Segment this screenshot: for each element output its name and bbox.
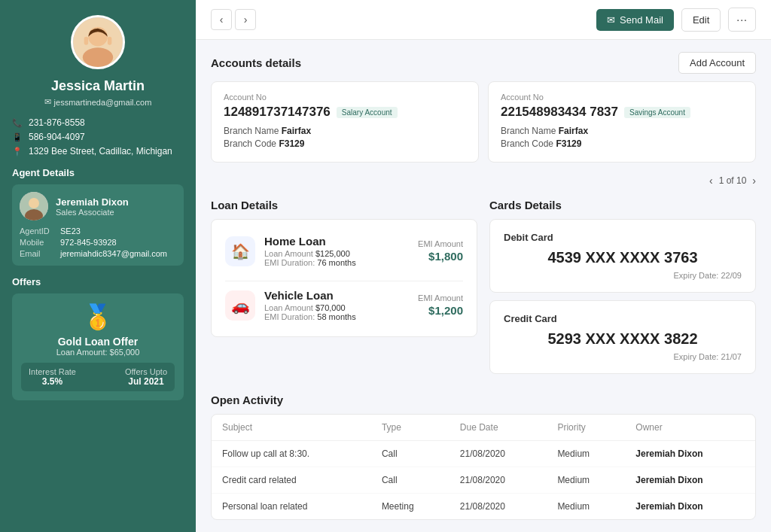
agent-section-title: Agent Details bbox=[12, 167, 184, 178]
agent-avatar bbox=[20, 192, 48, 220]
offer-interest-value: 3.5% bbox=[29, 376, 76, 387]
top-bar: ‹ › ✉ Send Mail Edit ··· bbox=[196, 0, 771, 40]
offer-upto-value: Jul 2021 bbox=[125, 376, 167, 387]
loan-vehicle-amount: Loan Amount $70,000 bbox=[264, 303, 409, 312]
loan-vehicle-name: Vehicle Loan bbox=[264, 289, 409, 302]
cards-section: Cards Details Debit Card 4539 XXX XXXX 3… bbox=[489, 199, 756, 382]
offer-stats: Interest Rate 3.5% Offers Upto Jul 2021 bbox=[21, 363, 175, 391]
sidebar: Jessica Martin ✉ jessmartineda@gmail.com… bbox=[0, 0, 196, 532]
loan-card-vehicle: 🚗 Vehicle Loan Loan Amount $70,000 EMI D… bbox=[219, 281, 469, 329]
activity-owner: Jeremiah Dixon bbox=[625, 494, 755, 520]
account-branch-name-1: Branch Name Fairfax bbox=[224, 126, 466, 136]
agent-mobile-row: Mobile 972-845-93928 bbox=[20, 238, 176, 247]
nav-forward-button[interactable]: › bbox=[235, 9, 256, 30]
more-button[interactable]: ··· bbox=[728, 8, 756, 32]
avatar bbox=[71, 15, 125, 69]
account-number-row-2: 221548983434 7837 Savings Account bbox=[501, 105, 743, 120]
loan-vehicle-info: Vehicle Loan Loan Amount $70,000 EMI Dur… bbox=[264, 289, 409, 321]
page-next-button[interactable]: › bbox=[752, 175, 756, 187]
svg-point-7 bbox=[29, 198, 39, 208]
loan-home-emi-label: EMI Amount bbox=[418, 239, 463, 248]
loan-vehicle-icon: 🚗 bbox=[231, 296, 250, 315]
loan-home-duration: EMI Duration: 76 months bbox=[264, 258, 409, 267]
credit-card-number: 5293 XXX XXXX 3822 bbox=[504, 330, 742, 348]
col-owner: Owner bbox=[625, 415, 755, 441]
credit-card-label: Credit Card bbox=[504, 313, 742, 324]
loan-home-icon: 🏠 bbox=[231, 242, 250, 260]
edit-button[interactable]: Edit bbox=[681, 8, 721, 32]
add-account-button[interactable]: Add Account bbox=[678, 52, 756, 74]
avatar-wrapper bbox=[12, 15, 184, 69]
agent-card: Jeremiah Dixon Sales Associate AgentID S… bbox=[12, 184, 184, 266]
activity-table-head: Subject Type Due Date Priority Owner bbox=[212, 415, 755, 441]
main-content: ‹ › ✉ Send Mail Edit ··· Accounts detail… bbox=[196, 0, 771, 532]
credit-card-expiry: Expiry Date: 21/07 bbox=[504, 352, 742, 361]
loan-home-amount: Loan Amount $125,000 bbox=[264, 249, 409, 258]
agent-id-row: AgentID SE23 bbox=[20, 226, 176, 236]
activity-subject: Personal loan related bbox=[212, 494, 371, 520]
loans-section: Loan Details 🏠 Home Loan Loan Amount $12… bbox=[211, 199, 477, 382]
agent-email-value: jeremiahdic8347@gmail.com bbox=[60, 249, 167, 258]
activity-due-date: 21/08/2020 bbox=[449, 494, 547, 520]
loan-home-name: Home Loan bbox=[264, 235, 409, 248]
page-prev-button[interactable]: ‹ bbox=[709, 175, 713, 187]
svg-point-3 bbox=[83, 47, 113, 67]
user-name: Jessica Martin bbox=[12, 78, 184, 94]
activity-priority: Medium bbox=[547, 467, 625, 494]
agent-header: Jeremiah Dixon Sales Associate bbox=[20, 192, 176, 220]
agent-details: AgentID SE23 Mobile 972-845-93928 Email … bbox=[20, 226, 176, 258]
activity-table: Subject Type Due Date Priority Owner Fol… bbox=[211, 414, 756, 520]
agent-name: Jeremiah Dixon bbox=[56, 196, 129, 208]
activity-due-date: 21/08/2020 bbox=[449, 441, 547, 467]
account-badge-2: Savings Account bbox=[624, 107, 690, 118]
offer-card: 🥇 Gold Loan Offer Loan Amount: $65,000 I… bbox=[12, 293, 184, 400]
svg-rect-4 bbox=[84, 37, 89, 45]
nav-buttons: ‹ › bbox=[211, 9, 256, 30]
activity-row: Credit card related Call 21/08/2020 Medi… bbox=[212, 467, 755, 494]
activity-row: Follow up call at 8:30. Call 21/08/2020 … bbox=[212, 441, 755, 467]
offer-icon: 🥇 bbox=[83, 302, 113, 331]
accounts-section-header: Accounts details Add Account bbox=[211, 52, 756, 74]
account-number-row-1: 124891737147376 Salary Account bbox=[224, 105, 466, 120]
offer-amount: Loan Amount: $65,000 bbox=[56, 348, 140, 357]
mail-icon: ✉ bbox=[607, 14, 615, 26]
account-branch-name-2: Branch Name Fairfax bbox=[501, 126, 743, 136]
loans-container: 🏠 Home Loan Loan Amount $125,000 EMI Dur… bbox=[211, 219, 477, 337]
activity-row: Personal loan related Meeting 21/08/2020… bbox=[212, 494, 755, 520]
activity-priority: Medium bbox=[547, 441, 625, 467]
debit-card-expiry: Expiry Date: 22/09 bbox=[504, 271, 742, 280]
loan-vehicle-emi: EMI Amount $1,200 bbox=[418, 293, 463, 317]
loan-vehicle-emi-label: EMI Amount bbox=[418, 293, 463, 302]
debit-card-number: 4539 XXX XXXX 3763 bbox=[504, 249, 742, 266]
nav-back-button[interactable]: ‹ bbox=[211, 9, 232, 30]
loan-vehicle-icon-wrap: 🚗 bbox=[225, 290, 255, 321]
user-email: ✉ jessmartineda@gmail.com bbox=[12, 97, 184, 107]
agent-mobile-label: Mobile bbox=[20, 238, 56, 247]
credit-card-display: Credit Card 5293 XXX XXXX 3822 Expiry Da… bbox=[489, 300, 756, 374]
contact-info: 📞 231-876-8558 📱 586-904-4097 📍 1329 Bee… bbox=[12, 117, 184, 157]
activity-header-row: Subject Type Due Date Priority Owner bbox=[212, 415, 755, 441]
offers-section-title: Offers bbox=[12, 276, 184, 287]
account-no-label-2: Account No bbox=[501, 93, 743, 102]
loan-home-info: Home Loan Loan Amount $125,000 EMI Durat… bbox=[264, 235, 409, 267]
account-number-2: 221548983434 7837 bbox=[501, 105, 618, 120]
col-due-date: Due Date bbox=[449, 415, 547, 441]
loan-home-icon-wrap: 🏠 bbox=[225, 236, 255, 266]
agent-role: Sales Associate bbox=[56, 208, 129, 217]
offer-upto: Offers Upto Jul 2021 bbox=[125, 367, 167, 387]
debit-card-label: Debit Card bbox=[504, 232, 742, 243]
accounts-pagination: ‹ 1 of 10 › bbox=[211, 175, 756, 187]
loan-home-emi-amount: $1,800 bbox=[418, 250, 463, 263]
loan-card-home: 🏠 Home Loan Loan Amount $125,000 EMI Dur… bbox=[219, 227, 469, 275]
activity-type: Call bbox=[371, 467, 449, 494]
send-mail-button[interactable]: ✉ Send Mail bbox=[596, 9, 674, 31]
cards-title: Cards Details bbox=[489, 199, 756, 211]
activity-type: Meeting bbox=[371, 494, 449, 520]
debit-card-display: Debit Card 4539 XXX XXXX 3763 Expiry Dat… bbox=[489, 219, 756, 293]
activity-due-date: 21/08/2020 bbox=[449, 467, 547, 494]
email-icon: ✉ bbox=[44, 97, 51, 107]
activity-owner: Jeremiah Dixon bbox=[625, 467, 755, 494]
location-icon: 📍 bbox=[12, 147, 23, 157]
loan-home-emi: EMI Amount $1,800 bbox=[418, 239, 463, 263]
account-number-1: 124891737147376 bbox=[224, 105, 331, 120]
